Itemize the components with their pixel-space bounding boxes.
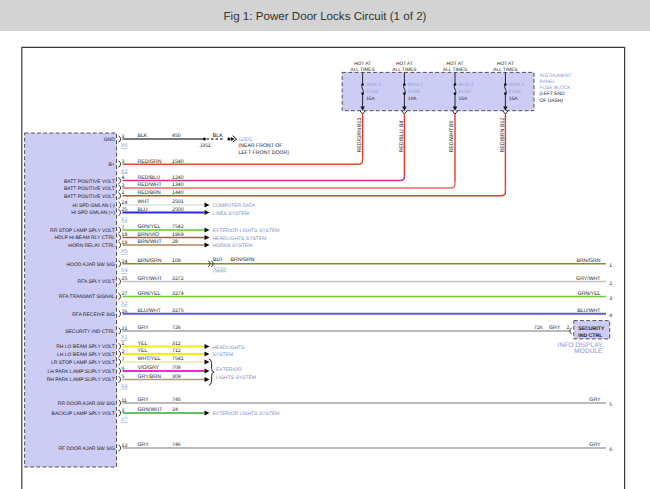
svg-text:LEFT FRONT DOOR): LEFT FRONT DOOR) xyxy=(239,150,290,156)
svg-text:B+: B+ xyxy=(109,162,115,168)
svg-text:X6: X6 xyxy=(121,143,128,149)
svg-text:G301: G301 xyxy=(239,137,252,143)
svg-text:BCM 4: BCM 4 xyxy=(509,82,524,88)
svg-text:B12: B12 xyxy=(500,118,506,127)
svg-text:LINES SYSTEM: LINES SYSTEM xyxy=(213,211,249,217)
svg-text:GRY: GRY xyxy=(589,397,601,403)
svg-text:HOT AT: HOT AT xyxy=(396,61,413,67)
svg-text:4: 4 xyxy=(609,313,612,319)
svg-text:BRN/GRN: BRN/GRN xyxy=(231,257,255,263)
svg-text:FUSE: FUSE xyxy=(366,89,379,95)
svg-text:HOT AT: HOT AT xyxy=(447,61,464,67)
svg-text:RFA TRANSMIT SIGNAL: RFA TRANSMIT SIGNAL xyxy=(59,294,115,300)
svg-text:(LEFT END: (LEFT END xyxy=(540,91,566,97)
svg-text:HORN RELAY CTRL: HORN RELAY CTRL xyxy=(68,243,115,249)
svg-text:15A: 15A xyxy=(509,96,518,102)
svg-text:RED/BLU: RED/BLU xyxy=(399,129,405,152)
svg-text:726: 726 xyxy=(534,325,543,331)
svg-text:BCM 5: BCM 5 xyxy=(366,82,381,88)
svg-text:EXTERIOR LIGHTS SYSTEM: EXTERIOR LIGHTS SYSTEM xyxy=(213,228,280,234)
svg-text:X4: X4 xyxy=(121,268,128,274)
svg-text:IND CTRL: IND CTRL xyxy=(578,333,603,339)
svg-text:10A: 10A xyxy=(408,96,417,102)
svg-text:X7: X7 xyxy=(121,417,128,423)
svg-text:BATT POSITIVE VOLT: BATT POSITIVE VOLT xyxy=(64,194,115,200)
svg-text:BLU/WHT: BLU/WHT xyxy=(577,308,601,314)
svg-text:B10: B10 xyxy=(213,257,222,263)
svg-text:ALL TIMES: ALL TIMES xyxy=(493,67,517,73)
svg-text:HDLP HI BEAM RLY CTRL: HDLP HI BEAM RLY CTRL xyxy=(55,235,116,241)
svg-text:HEADLIGHTS SYSTEM: HEADLIGHTS SYSTEM xyxy=(213,236,267,242)
svg-text:2: 2 xyxy=(566,325,569,331)
svg-text:B4: B4 xyxy=(399,120,405,127)
svg-text:X1: X1 xyxy=(121,217,128,223)
svg-text:SECURITY IND CTRL: SECURITY IND CTRL xyxy=(65,329,115,335)
svg-text:RH PARK LAMP SUPLY VOLT: RH PARK LAMP SUPLY VOLT xyxy=(47,377,115,383)
svg-text:X5: X5 xyxy=(121,249,128,255)
svg-text:SYSTEM: SYSTEM xyxy=(213,352,234,358)
svg-text:RH LO BEAM SPLY VOLT: RH LO BEAM SPLY VOLT xyxy=(56,344,115,350)
svg-text:BCM 3: BCM 3 xyxy=(459,82,474,88)
svg-text:GRN/YEL: GRN/YEL xyxy=(578,291,601,297)
svg-text:J351: J351 xyxy=(200,143,211,149)
svg-text:GND: GND xyxy=(104,137,116,143)
svg-text:3: 3 xyxy=(609,296,612,302)
svg-text:BATT POSITIVE VOLT: BATT POSITIVE VOLT xyxy=(64,186,115,192)
svg-text:RFA RECEIVE SIG: RFA RECEIVE SIG xyxy=(72,312,115,318)
svg-text:BACKUP LAMP SPLY VOLT: BACKUP LAMP SPLY VOLT xyxy=(52,411,115,417)
svg-text:GRY: GRY xyxy=(549,325,561,331)
svg-text:FUSE BLOCK: FUSE BLOCK xyxy=(540,85,572,91)
svg-text:Fig 1: Power Door Locks Circui: Fig 1: Power Door Locks Circuit (1 of 2) xyxy=(224,10,427,23)
svg-text:BLK: BLK xyxy=(213,133,224,139)
svg-text:ALL TIMES: ALL TIMES xyxy=(392,67,416,73)
svg-text:BRN/GRN: BRN/GRN xyxy=(577,258,601,264)
svg-text:GRY: GRY xyxy=(589,442,601,448)
svg-text:RR DOOR AJAR SW SIG: RR DOOR AJAR SW SIG xyxy=(58,401,115,407)
svg-text:MODULE: MODULE xyxy=(574,348,603,355)
svg-text:HI SPD GMLAN (+): HI SPD GMLAN (+) xyxy=(71,210,115,216)
svg-text:LIGHTS SYSTEM: LIGHTS SYSTEM xyxy=(216,375,256,381)
svg-text:LR STOP LAMP SPLY VOLT: LR STOP LAMP SPLY VOLT xyxy=(51,360,115,366)
svg-text:COMPUTER DATA: COMPUTER DATA xyxy=(213,203,256,209)
svg-text:HOOD AJAR SW SIG: HOOD AJAR SW SIG xyxy=(66,262,114,268)
svg-text:5: 5 xyxy=(609,402,612,408)
svg-text:6: 6 xyxy=(609,447,612,453)
svg-text:SECURITY: SECURITY xyxy=(578,326,605,332)
svg-text:X4: X4 xyxy=(121,384,128,390)
svg-text:GRY/WHT: GRY/WHT xyxy=(576,276,601,282)
svg-text:ALL TIMES: ALL TIMES xyxy=(350,67,374,73)
svg-text:EXTERIOR: EXTERIOR xyxy=(216,367,242,373)
svg-text:EXTERIOR LIGHTS SYSTEM: EXTERIOR LIGHTS SYSTEM xyxy=(213,411,280,417)
svg-text:1: 1 xyxy=(609,263,612,269)
svg-text:B13: B13 xyxy=(357,118,363,127)
svg-text:PANEL: PANEL xyxy=(540,79,556,85)
svg-text:X210: X210 xyxy=(213,267,226,273)
svg-text:LH LO BEAM SPLY VOLT: LH LO BEAM SPLY VOLT xyxy=(57,352,115,358)
svg-text:OF DASH): OF DASH) xyxy=(540,98,564,104)
svg-text:RF DOOR AJAR SW SIG: RF DOOR AJAR SW SIG xyxy=(58,446,115,452)
svg-text:FUSE: FUSE xyxy=(509,89,522,95)
svg-text:HOT AT: HOT AT xyxy=(354,61,371,67)
svg-text:BATT POSITIVE VOLT: BATT POSITIVE VOLT xyxy=(64,179,115,185)
svg-text:HI SPD GMLAN (-): HI SPD GMLAN (-) xyxy=(73,203,116,209)
svg-text:X2: X2 xyxy=(121,301,128,307)
svg-text:FUSE: FUSE xyxy=(408,89,421,95)
svg-text:HORNS SYSTEM: HORNS SYSTEM xyxy=(213,243,253,249)
svg-text:2: 2 xyxy=(609,281,612,287)
svg-text:X2: X2 xyxy=(121,169,128,175)
svg-text:HOT AT: HOT AT xyxy=(497,61,514,67)
svg-text:X1: X1 xyxy=(121,335,128,341)
svg-text:B5: B5 xyxy=(449,120,455,127)
svg-text:ALL TIMES: ALL TIMES xyxy=(443,67,467,73)
svg-text:BCM 2: BCM 2 xyxy=(408,82,423,88)
svg-text:RED/GRN: RED/GRN xyxy=(357,128,363,153)
svg-text:FUSE: FUSE xyxy=(459,89,472,95)
svg-text:RED/WHT: RED/WHT xyxy=(449,127,455,152)
svg-text:LH PARK LAMP SUPLY VOLT: LH PARK LAMP SUPLY VOLT xyxy=(47,369,114,375)
svg-text:RED/BRN: RED/BRN xyxy=(500,128,506,152)
svg-text:RR STOP LAMP SPLY VOLT: RR STOP LAMP SPLY VOLT xyxy=(50,228,115,234)
svg-text:RFA SPLY VOLT: RFA SPLY VOLT xyxy=(78,279,115,285)
svg-text:(NEAR FRONT OF: (NEAR FRONT OF xyxy=(239,143,283,149)
svg-text:15A: 15A xyxy=(366,96,375,102)
svg-text:INSTRUMENT: INSTRUMENT xyxy=(540,73,572,79)
